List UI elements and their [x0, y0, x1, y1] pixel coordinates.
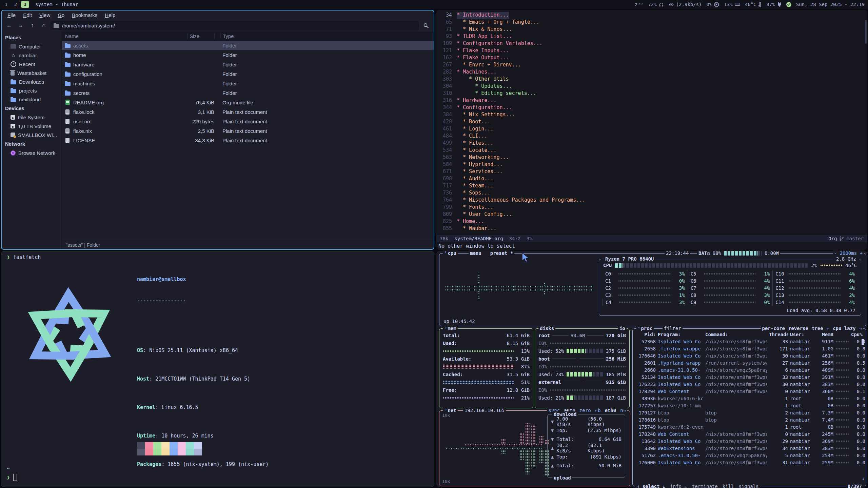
column-program[interactable]: Program:	[658, 332, 703, 337]
proc-action[interactable]: ↑ select ↓	[637, 484, 665, 488]
process-row[interactable]: 3390 WebExtensions /nix/store/sm8fmrf3wp…	[633, 445, 866, 452]
column-memb[interactable]: MemB	[816, 332, 833, 337]
sidebar-item[interactable]: 1,0 TB Volume	[2, 122, 61, 130]
menu-item[interactable]: File	[4, 12, 19, 19]
net-option[interactable]: eth0	[605, 408, 616, 413]
up-button[interactable]: ↑	[27, 21, 37, 30]
process-row[interactable]: 2601 .Hyprland-wrapp /run/current-system…	[633, 359, 866, 366]
process-row[interactable]: 176000 Isolated Web Co /nix/store/sm8fmr…	[633, 459, 866, 466]
proc-box-title[interactable]: ⁴proc	[636, 326, 654, 331]
net-option[interactable]: zero	[579, 408, 591, 413]
menu-item[interactable]: Help	[102, 12, 118, 19]
update-interval[interactable]: - 2000ms +	[833, 250, 864, 256]
process-row[interactable]: 177257 kworker/10:1-mm_ 1 root 0B 0.0	[633, 402, 866, 409]
process-row[interactable]: 175749 kworker/6:2-even 1 root 0B 0.0	[633, 423, 866, 430]
column-type[interactable]: Type	[220, 33, 434, 39]
process-row[interactable]: 178616 btop btop 2 nambiar 7.4M 0.0	[633, 416, 866, 423]
file-row[interactable]: flake.nix 2,5 KiB Plain text document	[62, 126, 434, 136]
scrollbar-thumb[interactable]	[865, 20, 867, 44]
proc-option[interactable]: reverse	[788, 326, 808, 331]
proc-action[interactable]: signals	[738, 484, 758, 488]
column-user[interactable]: User:	[790, 332, 814, 337]
workspace-button[interactable]: 2	[12, 1, 20, 8]
column-size[interactable]: Size	[187, 33, 214, 39]
process-row[interactable]: 13642 Isolated Web Co /nix/store/sm8fmrf…	[633, 438, 866, 445]
menu-item[interactable]: Edit	[20, 12, 35, 19]
proc-option[interactable]: ←	[827, 326, 829, 331]
file-row[interactable]: home Folder	[62, 50, 434, 60]
process-row[interactable]: 2658 .firefox-wrappe /nix/store/sm8fmrf3…	[633, 345, 866, 352]
file-row[interactable]: secrets Folder	[62, 88, 434, 98]
filter-button[interactable]: filter	[663, 326, 683, 331]
btop-menu-item[interactable]: preset *	[490, 250, 513, 256]
process-row[interactable]: 176646 Isolated Web Co /nix/store/sm8fmr…	[633, 352, 866, 359]
file-row[interactable]: user.nix 229 bytes Plain text document	[62, 117, 434, 126]
home-button[interactable]: ⌂	[39, 21, 48, 30]
sidebar-item[interactable]: nextcloud	[2, 95, 61, 104]
back-button[interactable]: ←	[4, 21, 14, 30]
process-row[interactable]: 52134 Isolated Web Co /nix/store/sm8fmrf…	[633, 373, 866, 381]
sidebar-item[interactable]: Downloads	[2, 77, 61, 86]
proc-action[interactable]: terminate	[692, 484, 718, 488]
column-cpu[interactable]: Cpu% ↑	[851, 332, 865, 337]
idle-inhibitor[interactable]: zᶻᶻ	[635, 2, 643, 7]
temperature-indicator[interactable]: 46°C	[745, 2, 762, 7]
proc-scrollbar-thumb[interactable]	[862, 339, 864, 345]
search-button[interactable]	[421, 21, 431, 30]
column-name[interactable]: Name	[62, 33, 187, 39]
file-row[interactable]: machines Folder	[62, 79, 434, 88]
forward-button[interactable]: →	[16, 21, 25, 30]
file-row[interactable]: assets Folder	[62, 41, 434, 50]
file-row[interactable]: README.org 76,4 KiB Org-mode file	[62, 98, 434, 107]
volume-indicator[interactable]: 72%	[648, 2, 664, 7]
menu-item[interactable]: Bookmarks	[69, 12, 100, 19]
status-ok[interactable]	[786, 2, 791, 7]
sidebar-item[interactable]: Recent	[2, 60, 61, 68]
process-row[interactable]: 38936 kworker/u64:6-kc 1 root 0B 0.0	[633, 395, 866, 402]
proc-action[interactable]: info ↵	[670, 484, 687, 488]
sidebar-item[interactable]: SMALLBOX Wi...	[2, 130, 61, 139]
proc-action[interactable]: kill	[723, 484, 734, 488]
process-row[interactable]: 176223 Isolated Web Co /nix/store/sm8fmr…	[633, 381, 866, 388]
sidebar-item[interactable]: projects	[2, 86, 61, 95]
sidebar-item[interactable]: File System	[2, 113, 61, 122]
process-row[interactable]: 178248 Web Content /nix/store/sm8fmrf3wp…	[633, 430, 866, 438]
mem-box-title[interactable]: ²mem	[443, 326, 458, 331]
path-bar[interactable]: /home/nambiar/system/	[51, 21, 419, 30]
file-row[interactable]: hardware Folder	[62, 60, 434, 69]
net-option[interactable]: ←b	[595, 408, 601, 413]
sidebar-item[interactable]: Browse Network	[2, 148, 61, 157]
file-row[interactable]: flake.lock 3,1 KiB Plain text document	[62, 107, 434, 117]
sidebar-item[interactable]: Wastebasket	[2, 68, 61, 77]
proc-option[interactable]: per-core	[762, 326, 785, 331]
network-indicator[interactable]: (2.9kb/s)	[669, 2, 702, 7]
sidebar-item[interactable]: ⌂nambiar	[2, 51, 61, 60]
net-box-title[interactable]: ³net	[443, 408, 458, 413]
sidebar-item[interactable]: Computer	[2, 42, 61, 51]
process-row[interactable]: 179127 btop btop 2 nambiar 7.3M 0.0	[633, 409, 866, 416]
process-row[interactable]: 51762 .emacs-31.0.50- /nix/store/wnqz5pa…	[633, 452, 866, 459]
file-row[interactable]: configuration Folder	[62, 69, 434, 79]
shell-prompt[interactable]: ❯	[7, 474, 17, 481]
file-row[interactable]: LICENSE 34,3 KiB Plain text document	[62, 136, 434, 145]
proc-option[interactable]: cpu lazy	[833, 326, 855, 331]
menu-item[interactable]: Go	[55, 12, 67, 19]
proc-option[interactable]: →	[859, 326, 862, 331]
column-threads[interactable]: Threads:	[769, 332, 788, 337]
cpu-box-title[interactable]: ¹cpu	[443, 250, 458, 256]
workspace-button[interactable]: 3	[21, 1, 29, 8]
workspace-button[interactable]: 1	[2, 1, 10, 8]
btop-menu-item[interactable]: menu	[470, 250, 481, 256]
process-row[interactable]: 52368 Isolated Web Co /nix/store/sm8fmrf…	[633, 338, 866, 345]
battery-indicator[interactable]: 97%	[766, 2, 781, 7]
io-toggle[interactable]: io	[618, 326, 627, 331]
memory-indicator[interactable]: 13%	[724, 2, 740, 7]
net-option[interactable]: n→	[620, 408, 626, 413]
column-pid[interactable]: Pid:	[635, 332, 656, 337]
process-row[interactable]: 2660 .emacs-31.0.50- /nix/store/wnqz5pa8…	[633, 366, 866, 373]
disks-box-title[interactable]: disks	[538, 326, 555, 331]
cpu-indicator[interactable]: 0%	[707, 2, 719, 7]
process-row[interactable]: 178294 Web Content /nix/store/sm8fmrf3wp…	[633, 388, 866, 395]
proc-option[interactable]: tree	[812, 326, 823, 331]
clock[interactable]: Sun, 28 Sep 2025 - 22:19	[796, 2, 865, 7]
